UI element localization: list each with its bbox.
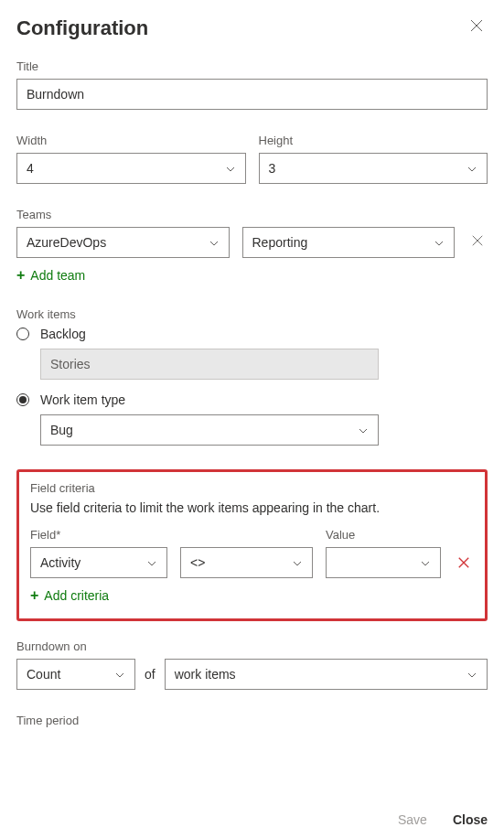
backlog-label: Backlog [40,327,86,341]
height-value: 3 [269,161,276,176]
plus-icon: + [30,587,38,604]
burndown-unit-select[interactable]: work items [165,659,488,690]
criteria-value-label: Value [326,528,441,542]
criteria-field-value: Activity [40,555,80,570]
workitemtype-label: Work item type [40,392,125,407]
criteria-help: Use field criteria to limit the work ite… [30,500,474,515]
panel-title: Configuration [16,16,148,40]
burndown-label: Burndown on [16,639,488,653]
criteria-field-label: Field [30,528,167,542]
chevron-down-icon [225,163,236,174]
workitems-label: Work items [16,307,488,321]
teams-label: Teams [16,208,488,221]
chevron-down-icon [466,669,477,680]
add-team-button[interactable]: + Add team [16,267,85,284]
width-label: Width [16,134,246,147]
chevron-down-icon [358,424,369,435]
criteria-op-value: <> [190,555,205,570]
chevron-down-icon [420,557,431,568]
add-team-label: Add team [30,268,85,283]
backlog-value-input [40,349,379,380]
add-criteria-button[interactable]: + Add criteria [30,587,109,604]
chevron-down-icon [466,163,477,174]
chevron-down-icon [209,237,220,248]
chevron-down-icon [292,557,303,568]
title-label: Title [16,59,488,73]
criteria-operator-select[interactable]: <> [180,547,313,578]
timeperiod-label: Time period [16,714,488,727]
burndown-count-select[interactable]: Count [16,659,135,690]
remove-criteria-icon[interactable] [454,551,474,578]
team1-select[interactable]: AzureDevOps [16,227,230,258]
chevron-down-icon [146,557,157,568]
close-icon[interactable] [466,15,488,41]
team2-select[interactable]: Reporting [242,227,456,258]
close-button[interactable]: Close [453,812,488,827]
criteria-op-spacer [180,528,313,542]
team2-value: Reporting [252,235,308,250]
criteria-section-label: Field criteria [30,481,474,495]
title-input[interactable] [16,79,488,110]
workitemtype-select[interactable]: Bug [40,414,379,446]
field-criteria-section: Field criteria Use field criteria to lim… [16,469,488,621]
criteria-value-select[interactable] [326,547,441,578]
burndown-of-text: of [145,667,155,682]
remove-team-icon[interactable] [467,231,488,254]
save-button[interactable]: Save [398,812,427,827]
height-label: Height [259,134,488,147]
workitemtype-radio[interactable] [16,393,29,406]
height-select[interactable]: 3 [259,153,488,184]
burndown-unit-value: work items [175,667,236,682]
criteria-field-select[interactable]: Activity [30,547,167,578]
chevron-down-icon [434,237,445,248]
plus-icon: + [16,267,25,284]
width-value: 4 [27,161,34,176]
workitemtype-value: Bug [50,423,73,437]
team1-value: AzureDevOps [27,235,106,250]
burndown-count-value: Count [27,667,60,682]
chevron-down-icon [114,669,125,680]
backlog-radio[interactable] [16,328,29,340]
add-criteria-label: Add criteria [44,588,109,603]
width-select[interactable]: 4 [16,153,246,184]
